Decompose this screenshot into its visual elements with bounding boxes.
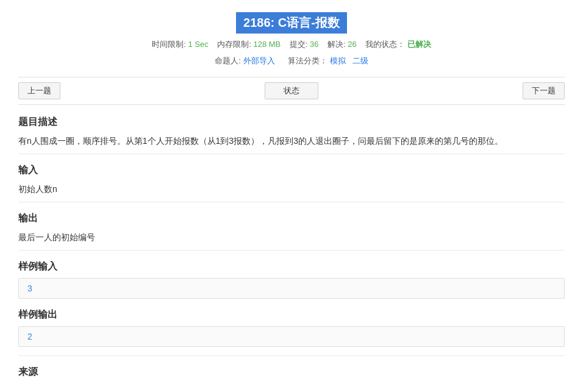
output-title: 输出 xyxy=(18,212,565,225)
sample-output-section: 样例输出 2 xyxy=(18,308,565,347)
sample-input-section: 样例输入 3 xyxy=(18,260,565,299)
time-limit-label: 时间限制: xyxy=(152,40,186,49)
sample-output-value: 2 xyxy=(18,326,565,347)
divider-2 xyxy=(18,202,565,202)
problem-title-container: 2186: C语言-报数 xyxy=(18,12,565,34)
algo-label: 算法分类： xyxy=(288,56,327,65)
divider-4 xyxy=(18,355,565,356)
sample-output-title: 样例输出 xyxy=(18,308,565,321)
submit-label: 提交: xyxy=(290,40,308,49)
solved-value: 26 xyxy=(348,40,356,49)
problem-meta-line2: 命题人: 外部导入 算法分类： 模拟 二级 xyxy=(18,54,565,68)
algo-link-1[interactable]: 模拟 xyxy=(330,56,346,65)
source-section: 来源 xyxy=(18,366,565,379)
divider-1 xyxy=(18,154,565,154)
problem-title: 2186: C语言-报数 xyxy=(236,12,347,34)
description-title: 题目描述 xyxy=(18,116,565,129)
input-content: 初始人数n xyxy=(18,182,565,197)
description-section: 题目描述 有n人围成一圈，顺序排号。从第1个人开始报数（从1到3报数），凡报到3… xyxy=(18,116,565,149)
sample-input-title: 样例输入 xyxy=(18,260,565,273)
output-section: 输出 最后一人的初始编号 xyxy=(18,212,565,245)
sample-input-value: 3 xyxy=(18,278,565,299)
page-wrapper: 2186: C语言-报数 时间限制: 1 Sec 内存限制: 128 MB 提交… xyxy=(0,0,583,392)
memory-limit-value: 128 MB xyxy=(253,40,281,49)
output-content: 最后一人的初始编号 xyxy=(18,230,565,245)
solved-label: 解决: xyxy=(327,40,346,49)
next-button[interactable]: 下一题 xyxy=(523,82,565,99)
author-link[interactable]: 外部导入 xyxy=(243,56,275,65)
prev-button[interactable]: 上一题 xyxy=(18,82,60,99)
source-title: 来源 xyxy=(18,366,565,379)
time-limit-value: 1 Sec xyxy=(188,40,209,49)
divider-3 xyxy=(18,250,565,251)
my-status-label: 我的状态： xyxy=(365,40,405,49)
input-section: 输入 初始人数n xyxy=(18,164,565,197)
author-label: 命题人: xyxy=(215,56,241,65)
problem-meta: 时间限制: 1 Sec 内存限制: 128 MB 提交: 36 解决: 26 我… xyxy=(18,37,565,51)
nav-bar: 上一题 状态 下一题 xyxy=(18,77,565,105)
algo-link-2[interactable]: 二级 xyxy=(352,56,368,65)
status-button[interactable]: 状态 xyxy=(265,82,318,99)
description-content: 有n人围成一圈，顺序排号。从第1个人开始报数（从1到3报数），凡报到3的人退出圈… xyxy=(18,134,565,149)
memory-limit-label: 内存限制: xyxy=(217,40,251,49)
submit-value: 36 xyxy=(310,40,318,49)
input-title: 输入 xyxy=(18,164,565,177)
my-status-value: 已解决 xyxy=(407,40,431,49)
